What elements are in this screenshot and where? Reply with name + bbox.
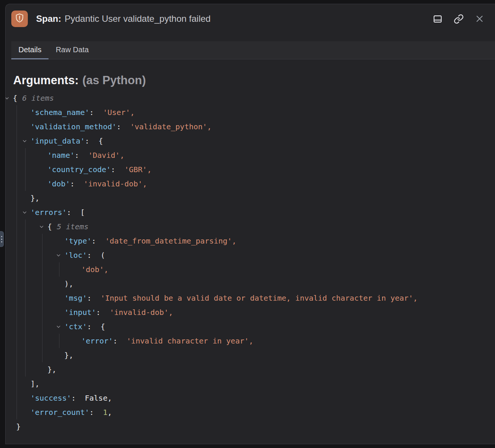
tree-leaf-row: 'error_count': 1, [17,405,495,419]
tree-punctuation: : [71,394,85,403]
tree-branch-row: {5 items [26,219,495,234]
tree-punctuation: : [90,408,103,417]
span-kind-badge [11,11,28,27]
tree-key: 'validation_method' [30,122,117,131]
link-icon[interactable] [453,13,464,24]
tree-key: 'error' [81,336,113,345]
tree-value: 'validate_python', [130,122,212,131]
tree-key: 'input' [64,308,96,317]
tree-punctuation: { [100,322,105,331]
tree-punctuation: } [16,422,21,431]
tree-punctuation: : [96,308,109,317]
tree-children-group: 'error': 'invalid character in year', [59,334,495,348]
tree-punctuation: }, [30,194,39,203]
tree-punctuation: : [85,136,99,145]
tree-branch-row: 'ctx': { [43,319,495,334]
tree-punctuation: : [91,236,105,245]
tree-leaf-row: 'schema_name': 'User', [17,105,495,120]
tree-leaf-row: 'validation_method': 'validate_python', [17,120,495,134]
tree-punctuation: : [87,322,100,331]
tree-leaf-row: 'msg': 'Input should be a valid date or … [43,291,495,305]
tree-value: 'David', [88,151,124,160]
drawer-resize-handle[interactable] [0,231,4,247]
tree-children-group: {5 items'type': 'date_from_datetime_pars… [25,219,495,377]
tree-leaf-row: 'dob': 'invalid-dob', [26,177,495,191]
tree-branch-row: 'errors': [ [17,205,495,219]
shield-alert-icon [14,13,25,25]
tree-key: 'input_data' [30,136,85,145]
arguments-heading: Arguments:(as Python) [13,74,495,87]
tree-item-count: 5 items [57,222,88,231]
tree-key: 'name' [47,151,74,160]
tree-closer-row: ], [17,377,495,391]
span-kind-label: Span: [36,14,61,24]
tree-punctuation: : [70,179,84,188]
span-title-text: Pydantic User validate_python failed [65,14,211,24]
tree-value: 'GBR', [125,165,152,174]
tree-punctuation: { [47,222,52,231]
tree-closer-row: ), [43,277,495,291]
tree-closer-row: }, [26,362,495,377]
tree-value: 'invalid-dob', [84,179,147,188]
span-title: Span:Pydantic User validate_python faile… [36,14,211,24]
arguments-heading-suffix: (as Python) [82,74,146,87]
tree-punctuation: { [99,136,103,145]
tree-leaf-row: 'input': 'invalid-dob', [43,305,495,319]
tree-branch-row: 'loc': ( [43,248,495,262]
close-icon[interactable] [474,13,485,24]
header-actions [432,13,485,24]
collapse-chevron-icon[interactable] [22,134,30,148]
tree-branch-row: 'input_data': { [17,134,495,148]
tree-key: 'country_code' [47,165,111,174]
tree-closer-row: } [6,419,495,434]
tree-punctuation: , [108,408,112,417]
arguments-heading-main: Arguments: [13,74,79,87]
tree-key: 'ctx' [64,322,87,331]
tree-item-count: 6 items [22,94,54,103]
collapse-chevron-icon[interactable] [5,91,13,105]
drawer-header: Span:Pydantic User validate_python faile… [6,4,495,27]
collapse-chevron-icon[interactable] [22,205,30,219]
tree-punctuation: ( [100,251,105,260]
collapse-chevron-icon[interactable] [56,319,64,334]
tree-value: 'User', [103,108,135,117]
collapse-chevron-icon[interactable] [56,248,64,262]
dock-panel-icon[interactable] [432,13,443,24]
tree-branch-row: {6 items [6,91,495,105]
tree-punctuation: : [87,251,100,260]
tree-children-group: 'schema_name': 'User','validation_method… [17,105,495,419]
tree-punctuation: ), [64,279,73,288]
tree-value: 1 [103,408,108,417]
tab-details[interactable]: Details [11,41,49,59]
tree-punctuation: }, [64,351,73,360]
tree-leaf-row: 'country_code': 'GBR', [26,162,495,177]
tree-punctuation: : [111,165,125,174]
tree-value: 'Input should be a valid date or datetim… [100,294,418,303]
tree-closer-row: }, [43,348,495,362]
tree-key: 'success' [30,394,71,403]
tree-key: 'loc' [64,251,87,260]
json-tree: {6 items'schema_name': 'User','validatio… [6,91,495,434]
tree-children-group: 'type': 'date_from_datetime_parsing','lo… [42,234,495,362]
tree-leaf-row: 'name': 'David', [26,148,495,162]
tree-value: 'dob', [81,265,108,274]
tree-punctuation: : [113,336,126,345]
tree-punctuation: : [117,122,130,131]
tree-children-group: 'dob', [59,262,495,277]
tree-key: 'schema_name' [30,108,90,117]
tree-punctuation: : [74,151,88,160]
tab-raw-data[interactable]: Raw Data [49,41,96,59]
tree-punctuation: ], [30,379,39,388]
tree-punctuation: , [108,394,112,403]
tree-punctuation: : [87,294,100,303]
collapse-chevron-icon[interactable] [39,219,47,234]
tree-punctuation: [ [80,208,85,217]
span-detail-drawer: Span:Pydantic User validate_python faile… [5,4,495,444]
tree-closer-row: }, [17,191,495,205]
tree-punctuation: { [13,94,17,103]
details-panel: Arguments:(as Python) {6 items'schema_na… [6,59,495,434]
tree-punctuation: : [67,208,80,217]
tree-value: 'invalid character in year', [126,336,253,345]
tree-key: 'errors' [30,208,67,217]
tree-children-group: 'name': 'David','country_code': 'GBR','d… [25,148,495,191]
